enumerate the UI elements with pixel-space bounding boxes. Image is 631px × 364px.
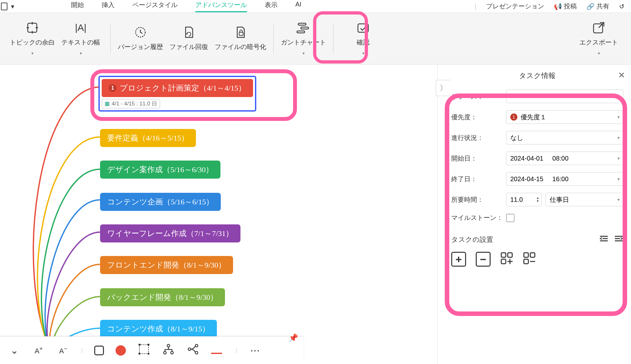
color-fill-button[interactable] xyxy=(116,345,126,356)
presentation-button[interactable]: プレゼンテーション xyxy=(486,2,544,11)
end-date-input[interactable]: 2024-04-15 16:00 xyxy=(506,172,623,186)
tool-label: トピックの余白 xyxy=(10,38,55,47)
task-placement-label: タスクの設置 xyxy=(451,235,493,244)
chevron-down-icon: ▾ xyxy=(11,3,14,10)
tool-label: ガントチャート xyxy=(281,38,326,47)
shape-square-button[interactable] xyxy=(94,346,104,355)
node-label: コンテンツ作成（8/1～9/15） xyxy=(107,324,210,334)
svg-point-35 xyxy=(164,351,166,354)
priority-select[interactable]: 1 優先度１ xyxy=(506,110,623,124)
remove-task-button[interactable]: − xyxy=(476,252,491,267)
svg-point-32 xyxy=(138,353,140,355)
grid-remove-button[interactable] xyxy=(523,252,536,267)
select-value: なし xyxy=(510,133,523,142)
duration-unit-select[interactable]: 仕事日 xyxy=(545,193,623,206)
mindmap-node-selected[interactable]: 1 プロジェクト計画策定（4/1～4/15） ▦ 4/1 - 4/15 : 11… xyxy=(98,76,256,112)
mindmap-node[interactable]: コンテンツ企画（5/16～6/15） xyxy=(100,193,221,211)
time-value: 08:00 xyxy=(552,155,568,162)
tool-label: ファイル回復 xyxy=(169,43,208,51)
topic-margin-tool[interactable]: トピックの余白 ▾ xyxy=(10,19,55,58)
font-increase-button[interactable]: A+ xyxy=(32,345,45,355)
confirm-tool[interactable]: 確認 ▾ xyxy=(341,19,386,58)
start-date-input[interactable]: 2024-04-01 08:00 xyxy=(506,152,623,165)
svg-rect-20 xyxy=(501,253,506,257)
export-tool[interactable]: エクスポート ▾ xyxy=(576,19,621,58)
grid-add-button[interactable] xyxy=(500,252,513,267)
plus-icon: + xyxy=(455,253,462,266)
svg-point-42 xyxy=(195,344,198,347)
font-decrease-button[interactable]: A− xyxy=(57,345,70,355)
separator xyxy=(110,24,111,53)
branch-button[interactable] xyxy=(187,344,199,357)
number-value: 11.0 xyxy=(510,196,523,203)
indent-left-icon[interactable] xyxy=(599,235,608,244)
export-icon xyxy=(592,21,605,34)
lock-icon xyxy=(234,26,247,39)
duration-label: 所要時間： xyxy=(451,195,506,204)
menu-view[interactable]: 表示 xyxy=(265,1,278,12)
mindmap-node[interactable]: 要件定義（4/16～5/15） xyxy=(100,129,196,147)
file-dropdown[interactable]: ▾ xyxy=(0,2,14,11)
svg-line-13 xyxy=(599,23,604,28)
svg-rect-1 xyxy=(28,23,37,32)
more-button[interactable]: ⋯ xyxy=(249,345,261,356)
text-width-icon: |A| xyxy=(75,21,87,34)
gantt-chart-tool[interactable]: ガントチャート ▾ xyxy=(281,19,326,58)
margin-icon xyxy=(26,21,39,34)
select-value: 仕事日 xyxy=(550,195,569,204)
node-label: バックエンド開発（8/1～9/30） xyxy=(107,292,218,302)
node-label: デザイン案作成（5/16～6/30） xyxy=(107,164,213,175)
node-label: ワイヤーフレーム作成（7/1～7/31） xyxy=(107,228,233,239)
history-icon[interactable]: ↺ xyxy=(619,3,625,10)
svg-rect-21 xyxy=(508,253,512,257)
svg-point-30 xyxy=(138,344,140,346)
svg-point-34 xyxy=(167,344,170,347)
close-panel-button[interactable]: ✕ xyxy=(618,70,625,80)
milestone-checkbox[interactable] xyxy=(506,214,514,222)
menu-ai[interactable]: AI xyxy=(295,1,301,12)
border-button[interactable] xyxy=(137,344,150,357)
resource-input[interactable] xyxy=(506,90,623,103)
progress-label: 進行状況： xyxy=(451,133,506,142)
file-encrypt-tool[interactable]: ファイルの暗号化 xyxy=(215,19,266,58)
menu-advanced[interactable]: アドバンスツール xyxy=(195,1,247,12)
svg-rect-9 xyxy=(301,27,309,29)
post-button[interactable]: 📢投稿 xyxy=(554,2,577,11)
date-chip: ▦ 4/1 - 4/15 : 11.0 日 xyxy=(102,99,160,108)
duration-stepper[interactable]: 11.0 ▲▼ xyxy=(506,193,542,206)
ribbon-toolbar: トピックの余白 ▾ |A| テキストの幅 ▾ バージョン履歴 ファイル回復 ファ… xyxy=(0,13,631,64)
menu-insert[interactable]: 挿入 xyxy=(102,1,115,12)
mindmap-node[interactable]: バックエンド開発（8/1～9/30） xyxy=(100,288,225,306)
pin-icon[interactable]: 📌 xyxy=(289,333,298,342)
separator: | xyxy=(236,348,237,353)
share-icon: 🔗 xyxy=(586,3,595,10)
progress-select[interactable]: なし xyxy=(506,131,623,144)
tree-button[interactable] xyxy=(162,344,175,357)
priority-badge-icon: 1 xyxy=(109,84,117,92)
tool-label: ファイルの暗号化 xyxy=(215,43,266,51)
menu-pagestyle[interactable]: ページスタイル xyxy=(132,1,178,12)
top-menubar: ▾ 開始 挿入 ページスタイル アドバンスツール 表示 AI | プレゼンテーシ… xyxy=(0,0,631,13)
file-recovery-tool[interactable]: ファイル回復 xyxy=(166,19,211,58)
end-date-label: 終了日： xyxy=(451,175,506,183)
separator xyxy=(273,24,274,53)
version-history-tool[interactable]: バージョン履歴 xyxy=(118,19,163,58)
text-width-tool[interactable]: |A| テキストの幅 ▾ xyxy=(58,19,103,58)
mindmap-node[interactable]: ワイヤーフレーム作成（7/1～7/31） xyxy=(100,224,240,242)
line-color-button[interactable] xyxy=(211,347,224,354)
menu-start[interactable]: 開始 xyxy=(71,1,84,12)
history-icon xyxy=(134,26,147,39)
mindmap-node[interactable]: コンテンツ作成（8/1～9/15） xyxy=(100,320,217,338)
spinner-arrows-icon[interactable]: ▲▼ xyxy=(536,196,539,203)
start-date-label: 開始日： xyxy=(451,154,506,163)
svg-rect-11 xyxy=(358,24,368,32)
mindmap-node[interactable]: デザイン案作成（5/16～6/30） xyxy=(100,161,220,179)
separator xyxy=(333,24,333,53)
date-value: 2024-04-01 xyxy=(510,155,543,162)
mindmap-node[interactable]: フロントエンド開発（8/1～9/30） xyxy=(100,256,233,274)
indent-right-icon[interactable] xyxy=(614,235,623,244)
share-button[interactable]: 🔗共有 xyxy=(586,2,609,11)
add-task-button[interactable]: + xyxy=(451,252,466,267)
collapse-panel-button[interactable]: 〉 xyxy=(436,80,451,96)
chevron-down-icon[interactable]: ⌄ xyxy=(8,345,21,356)
